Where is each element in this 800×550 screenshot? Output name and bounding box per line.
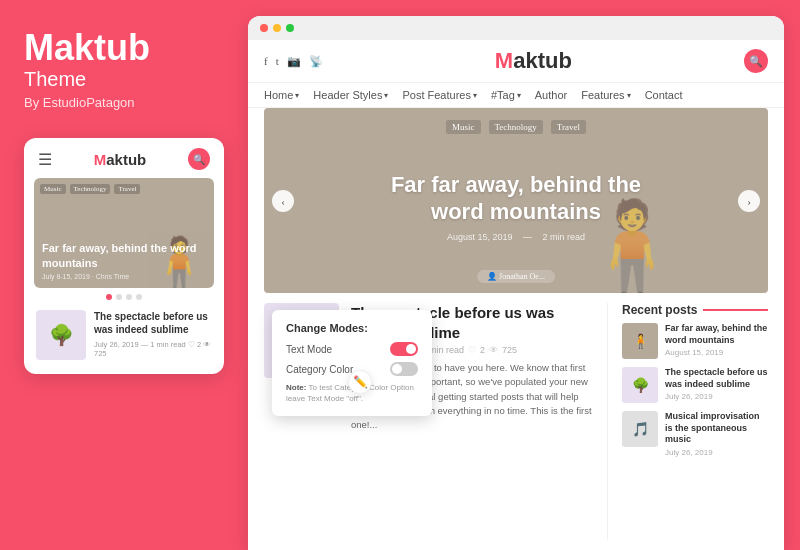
left-panel: Maktub Theme By EstudioPatagon ☰ Maktub … (0, 0, 248, 550)
browser-close-dot[interactable] (260, 24, 268, 32)
mobile-hero-meta: July 8-15, 2019 · Chris Time (42, 273, 206, 280)
nav-contact[interactable]: Contact (645, 89, 683, 101)
hero-heading: Far far away, behind theword mountains (376, 171, 656, 226)
sidebar-post-date-2: July 26, 2019 (665, 392, 768, 401)
mobile-hero: Music Technology Travel Far far away, be… (34, 178, 214, 288)
browser-content: f t 📷 📡 Maktub 🔍 Home ▾ Header Styles ▾ … (248, 40, 784, 550)
twitter-icon[interactable]: t (276, 55, 279, 67)
sidebar-post-info-2: The spectacle before us was indeed subli… (665, 367, 768, 401)
sidebar-post-3: 🎵 Musical improvisation is the spontaneo… (622, 411, 768, 457)
mobile-brand-rest: aktub (106, 151, 146, 168)
mobile-search-button[interactable]: 🔍 (188, 148, 210, 170)
sidebar-post-title-3: Musical improvisation is the spontaneous… (665, 411, 768, 446)
nav-header-styles[interactable]: Header Styles ▾ (313, 89, 388, 101)
toggle-knob-2 (392, 364, 402, 374)
facebook-icon[interactable]: f (264, 55, 268, 67)
hero-date: August 15, 2019 (447, 232, 513, 242)
sidebar-post-2: 🌳 The spectacle before us was indeed sub… (622, 367, 768, 403)
blog-brand: Maktub (495, 48, 572, 74)
change-modes-popup: Change Modes: Text Mode Category Color N… (272, 310, 432, 416)
blog-brand-rest: aktub (513, 48, 572, 73)
mobile-top-bar: ☰ Maktub 🔍 (34, 148, 214, 170)
mobile-dot-1[interactable] (106, 294, 112, 300)
mobile-mockup: ☰ Maktub 🔍 Music Technology Travel Far f… (24, 138, 224, 374)
sidebar-post-date-1: August 15, 2019 (665, 348, 768, 357)
sidebar-title-line (703, 309, 768, 311)
mobile-article: 🌳 The spectacle before us was indeed sub… (34, 306, 214, 364)
hero-read: 2 min read (543, 232, 586, 242)
mobile-dot-2[interactable] (116, 294, 122, 300)
mobile-tag-travel: Travel (114, 184, 140, 194)
hero-tags: Music Technology Travel (446, 120, 586, 134)
sidebar-post-info-3: Musical improvisation is the spontaneous… (665, 411, 768, 457)
hero-author-badge: 👤 Jonathan Oe... (477, 270, 555, 283)
mobile-dots (34, 294, 214, 300)
nav-home[interactable]: Home ▾ (264, 89, 299, 101)
popup-title: Change Modes: (286, 322, 418, 334)
instagram-icon[interactable]: 📷 (287, 55, 301, 68)
browser-minimize-dot[interactable] (273, 24, 281, 32)
sidebar-post-title-2: The spectacle before us was indeed subli… (665, 367, 768, 390)
nav-author[interactable]: Author (535, 89, 567, 101)
mobile-dot-3[interactable] (126, 294, 132, 300)
hero-tag-music[interactable]: Music (446, 120, 481, 134)
mobile-article-thumb: 🌳 (36, 310, 86, 360)
brand-by: By EstudioPatagon (24, 95, 224, 110)
mobile-hero-tags: Music Technology Travel (40, 184, 140, 194)
sidebar-post-thumb-2: 🌳 (622, 367, 658, 403)
nav-tag[interactable]: #Tag ▾ (491, 89, 521, 101)
blog-nav: Home ▾ Header Styles ▾ Post Features ▾ #… (248, 83, 784, 108)
sidebar-post-thumb-3: 🎵 (622, 411, 658, 447)
popup-row-text-mode: Text Mode (286, 342, 418, 356)
mobile-dot-4[interactable] (136, 294, 142, 300)
sidebar-title: Recent posts (622, 303, 768, 317)
article-views: 725 (502, 345, 517, 355)
hero-tag-technology[interactable]: Technology (488, 120, 542, 134)
social-icons: f t 📷 📡 (264, 55, 323, 68)
browser-chrome (248, 16, 784, 40)
brand-title: Maktub (24, 30, 224, 66)
hamburger-icon[interactable]: ☰ (38, 150, 52, 169)
mobile-tag-music: Music (40, 184, 66, 194)
browser-maximize-dot[interactable] (286, 24, 294, 32)
sidebar-post-date-3: July 26, 2019 (665, 448, 768, 457)
article-meta-sep3: 👁 (489, 345, 498, 355)
toggle-knob-1 (406, 344, 416, 354)
nav-post-features[interactable]: Post Features ▾ (402, 89, 476, 101)
mobile-article-info: The spectacle before us was indeed subli… (94, 310, 212, 360)
popup-category-color-label: Category Color (286, 364, 353, 375)
mobile-brand-m: M (94, 151, 107, 168)
article-comments: 2 (480, 345, 485, 355)
blog-brand-m: M (495, 48, 513, 73)
blog-search-button[interactable]: 🔍 (744, 49, 768, 73)
mobile-brand: Maktub (94, 151, 147, 168)
brand-subtitle: Theme (24, 68, 224, 91)
brand-text: Maktub (24, 27, 150, 68)
text-mode-toggle[interactable] (390, 342, 418, 356)
rss-icon[interactable]: 📡 (309, 55, 323, 68)
popup-text-mode-label: Text Mode (286, 344, 332, 355)
hero-content: Far far away, behind theword mountains A… (376, 171, 656, 242)
sidebar-post-thumb-1: 🧍 (622, 323, 658, 359)
category-color-toggle[interactable] (390, 362, 418, 376)
brand-section: Maktub Theme By EstudioPatagon (24, 30, 224, 110)
mobile-hero-title: Far far away, behind the word mountains (42, 241, 206, 270)
mobile-tag-technology: Technology (70, 184, 111, 194)
hero-meta: August 15, 2019 — 2 min read (376, 232, 656, 242)
hero-prev-button[interactable]: ‹ (272, 190, 294, 212)
edit-pencil-button[interactable]: ✏️ (348, 370, 372, 394)
sidebar-posts: 🧍 Far far away, behind the word mountain… (622, 323, 768, 457)
sidebar-post-title-1: Far far away, behind the word mountains (665, 323, 768, 346)
hero-slider: Music Technology Travel Far far away, be… (264, 108, 768, 293)
article-meta-sep2: ♡ (468, 345, 476, 355)
sidebar-post-info-1: Far far away, behind the word mountains … (665, 323, 768, 357)
sidebar: Recent posts 🧍 Far far away, behind the … (608, 303, 768, 540)
hero-next-button[interactable]: › (738, 190, 760, 212)
hero-tag-travel[interactable]: Travel (551, 120, 586, 134)
right-panel: f t 📷 📡 Maktub 🔍 Home ▾ Header Styles ▾ … (248, 16, 784, 550)
nav-features[interactable]: Features ▾ (581, 89, 630, 101)
mobile-article-title: The spectacle before us was indeed subli… (94, 310, 212, 336)
sidebar-post-1: 🧍 Far far away, behind the word mountain… (622, 323, 768, 359)
mobile-article-meta: July 26, 2019 — 1 min read ♡ 2 👁 725 (94, 340, 212, 358)
blog-header: f t 📷 📡 Maktub 🔍 (248, 40, 784, 83)
